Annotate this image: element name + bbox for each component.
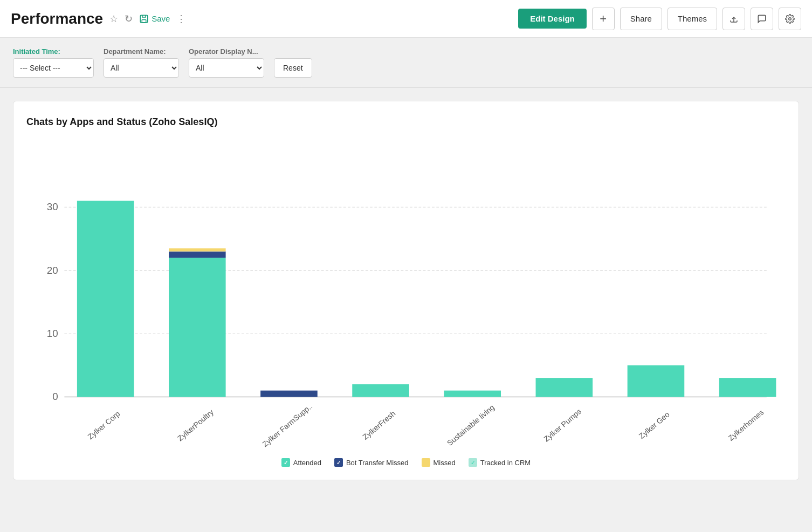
legend-bot-label: Bot Transfer Missed <box>346 459 409 467</box>
save-button[interactable]: Save <box>139 14 170 24</box>
edit-design-button[interactable]: Edit Design <box>518 9 587 29</box>
department-name-filter: Department Name: All <box>104 47 179 78</box>
operator-display-select[interactable]: All <box>189 58 264 78</box>
svg-text:0: 0 <box>52 391 58 402</box>
department-name-label: Department Name: <box>104 47 179 56</box>
chart-title: Chats by Apps and Status (Zoho SalesIQ) <box>26 116 786 128</box>
chat-button[interactable] <box>751 8 773 30</box>
chart-container: Chats by Apps and Status (Zoho SalesIQ) … <box>13 101 799 480</box>
legend-attended-color: ✓ <box>281 458 290 467</box>
share-button[interactable]: Share <box>620 8 662 30</box>
upload-icon <box>729 14 739 24</box>
bar-zylkerpoultry-missed <box>169 248 226 252</box>
legend-tracked-label: Tracked in CRM <box>480 459 531 467</box>
svg-text:Zylker Corp: Zylker Corp <box>86 409 121 441</box>
svg-text:Zylker Geo: Zylker Geo <box>637 410 671 440</box>
svg-text:Sustainable living: Sustainable living <box>445 403 496 448</box>
initiated-time-filter: Initiated Time: --- Select --- <box>13 47 94 78</box>
page-title: Performance <box>11 10 103 27</box>
more-options-icon[interactable]: ⋮ <box>176 13 186 25</box>
svg-rect-1 <box>142 19 146 22</box>
legend-attended-label: Attended <box>293 459 321 467</box>
svg-text:20: 20 <box>47 265 58 276</box>
bar-sustainable-attended <box>444 391 501 397</box>
svg-text:Zylker FarmSupp..: Zylker FarmSupp.. <box>260 402 314 449</box>
operator-display-label: Operator Display N... <box>189 47 264 56</box>
svg-text:10: 10 <box>47 328 58 339</box>
department-name-select[interactable]: All <box>104 58 179 78</box>
bar-zylkerhomes-attended <box>719 378 776 397</box>
legend-bot-transfer: ✓ Bot Transfer Missed <box>334 458 409 467</box>
legend-tracked-crm: ✓ Tracked in CRM <box>469 458 531 467</box>
legend-missed: Missed <box>422 458 456 467</box>
initiated-time-label: Initiated Time: <box>13 47 94 56</box>
bar-zylkerpumps-attended <box>536 378 593 397</box>
reload-icon[interactable]: ↻ <box>125 13 133 25</box>
header-right: Edit Design + Share Themes <box>518 8 801 30</box>
star-icon[interactable]: ☆ <box>109 13 118 25</box>
svg-text:Zylker Pumps: Zylker Pumps <box>542 407 583 444</box>
bar-zylkerfarmsupp-bot <box>260 391 318 397</box>
svg-text:ZylkerPoultry: ZylkerPoultry <box>176 407 215 443</box>
bar-zylker-corp-attended <box>77 201 134 397</box>
bar-zylkerpoultry-bot <box>169 251 226 258</box>
legend-missed-label: Missed <box>433 459 456 467</box>
initiated-time-select[interactable]: --- Select --- <box>13 58 94 78</box>
svg-text:ZylkerFresh: ZylkerFresh <box>361 409 397 441</box>
gear-icon <box>785 14 795 24</box>
export-button[interactable] <box>722 8 745 30</box>
operator-display-filter: Operator Display N... All <box>189 47 264 78</box>
themes-button[interactable]: Themes <box>668 8 717 30</box>
svg-point-3 <box>789 17 792 20</box>
legend-bot-color: ✓ <box>334 458 343 467</box>
bar-zylkerpoultry-attended <box>169 258 226 397</box>
filters-bar: Initiated Time: --- Select --- Departmen… <box>0 38 812 88</box>
reset-button[interactable]: Reset <box>274 58 312 78</box>
svg-text:Zylkerhomes: Zylkerhomes <box>726 408 765 443</box>
settings-button[interactable] <box>779 8 801 30</box>
header: Performance ☆ ↻ Save ⋮ Edit Design + Sha… <box>0 0 812 38</box>
header-left: Performance ☆ ↻ Save ⋮ <box>11 10 518 27</box>
bar-zylkergeo-attended <box>628 365 685 397</box>
add-button[interactable]: + <box>592 8 615 30</box>
chart-legend: ✓ Attended ✓ Bot Transfer Missed Missed … <box>26 458 786 467</box>
svg-rect-0 <box>140 15 148 23</box>
legend-missed-color <box>422 458 430 467</box>
legend-attended: ✓ Attended <box>281 458 321 467</box>
save-icon <box>139 14 149 24</box>
svg-text:30: 30 <box>47 201 58 212</box>
bar-chart: 0 10 20 30 Zylker Corp ZylkerPoultry Zyl… <box>26 144 786 447</box>
bar-zylkerfresh-attended <box>352 384 409 397</box>
legend-tracked-color: ✓ <box>469 458 477 467</box>
comment-icon <box>757 14 767 24</box>
